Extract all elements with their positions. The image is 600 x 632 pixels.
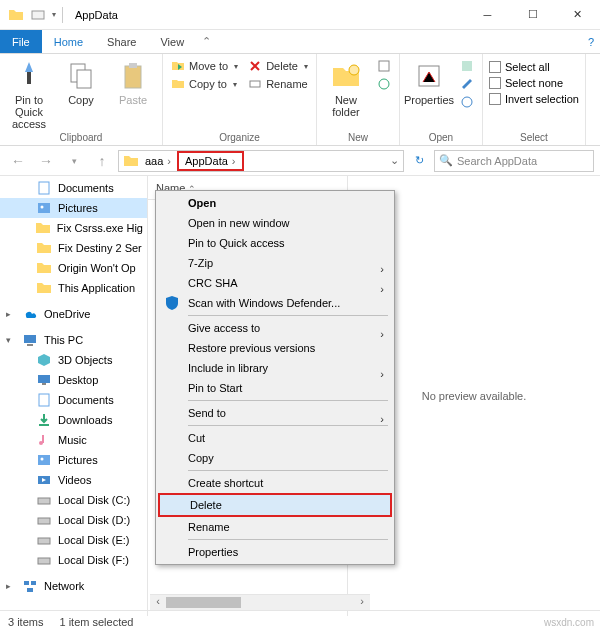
context-item-rename[interactable]: Rename [158,517,392,537]
paste-icon [117,60,149,92]
forward-button[interactable]: → [34,149,58,173]
delete-button[interactable]: Delete [244,58,312,74]
rename-button[interactable]: Rename [244,76,312,92]
edit-button[interactable] [456,76,478,92]
nav-item[interactable]: Local Disk (C:) [0,490,147,510]
nav-item[interactable]: Videos [0,470,147,490]
tab-home[interactable]: Home [42,30,95,53]
edit-icon [460,77,474,91]
move-to-button[interactable]: Move to [167,58,242,74]
maximize-button[interactable]: ☐ [510,0,555,30]
context-item-delete[interactable]: Delete [158,493,392,517]
new-folder-button[interactable]: New folder [321,56,371,118]
qat-icon[interactable] [30,7,46,23]
context-item-cut[interactable]: Cut [158,428,392,448]
context-item-scan-with-windows-defender-[interactable]: Scan with Windows Defender... [158,293,392,313]
context-item-create-shortcut[interactable]: Create shortcut [158,473,392,493]
nav-item[interactable]: Desktop [0,370,147,390]
dropdown-icon[interactable]: ⌄ [390,154,399,167]
invert-selection-button[interactable]: Invert selection [487,92,581,106]
back-button[interactable]: ← [6,149,30,173]
refresh-button[interactable]: ↻ [408,150,430,172]
expand-icon[interactable]: ▸ [6,581,16,591]
nav-item[interactable]: ▸OneDrive [0,304,147,324]
tab-share[interactable]: Share [95,30,148,53]
nav-item[interactable]: Local Disk (D:) [0,510,147,530]
ribbon-collapse-icon[interactable]: ⌃ [196,30,217,53]
expand-icon[interactable]: ▸ [6,309,16,319]
paste-button[interactable]: Paste [108,56,158,106]
nav-item[interactable]: Music [0,430,147,450]
copy-to-button[interactable]: Copy to [167,76,242,92]
easy-access-button[interactable] [373,76,395,92]
ribbon: Pin to Quick access Copy Paste Clipboard… [0,54,600,146]
nav-item[interactable]: ▾This PC [0,330,147,350]
status-selected: 1 item selected [59,616,133,628]
context-item-properties[interactable]: Properties [158,542,392,562]
context-item-send-to[interactable]: Send to [158,403,392,423]
context-item-copy[interactable]: Copy [158,448,392,468]
horizontal-scrollbar[interactable]: ‹ › [150,594,370,610]
breadcrumb-item[interactable]: aaa [141,155,175,167]
select-all-button[interactable]: Select all [487,60,581,74]
context-item-restore-previous-versions[interactable]: Restore previous versions [158,338,392,358]
recent-button[interactable]: ▾ [62,149,86,173]
help-icon[interactable]: ? [582,30,600,53]
open-icon [460,59,474,73]
context-item-open[interactable]: Open [158,193,392,213]
window-title: AppData [75,9,118,21]
close-button[interactable]: ✕ [555,0,600,30]
nav-item[interactable]: 3D Objects [0,350,147,370]
nav-item[interactable]: Downloads [0,410,147,430]
defender-icon [164,295,180,311]
tab-view[interactable]: View [148,30,196,53]
nav-item[interactable]: ▸Network [0,576,147,596]
nav-item-label: OneDrive [44,308,90,320]
watermark: wsxdn.com [544,617,594,628]
new-item-button[interactable] [373,58,395,74]
nav-item[interactable]: Fix Csrss.exe Hig [0,218,147,238]
nav-item[interactable]: Fix Destiny 2 Ser [0,238,147,258]
svg-rect-29 [38,558,50,564]
up-button[interactable]: ↑ [90,149,114,173]
context-item-crc-sha[interactable]: CRC SHA [158,273,392,293]
open-button[interactable] [456,58,478,74]
select-none-button[interactable]: Select none [487,76,581,90]
nav-item[interactable]: Pictures [0,450,147,470]
scroll-right-icon[interactable]: › [354,595,370,610]
pin-to-quick-access-button[interactable]: Pin to Quick access [4,56,54,130]
svg-rect-17 [38,375,50,383]
context-item-pin-to-quick-access[interactable]: Pin to Quick access [158,233,392,253]
minimize-button[interactable]: ─ [465,0,510,30]
context-item-open-in-new-window[interactable]: Open in new window [158,213,392,233]
rename-icon [248,77,262,91]
breadcrumb-item-appdata[interactable]: AppData [177,151,243,171]
file-tab[interactable]: File [0,30,42,53]
properties-button[interactable]: Properties [404,56,454,106]
disk-icon [36,492,52,508]
nav-item[interactable]: Pictures [0,198,147,218]
disk-icon [36,532,52,548]
qat-dropdown-icon[interactable]: ▾ [52,10,56,19]
scroll-thumb[interactable] [166,597,241,608]
context-item-7-zip[interactable]: 7-Zip [158,253,392,273]
nav-item[interactable]: Local Disk (F:) [0,550,147,570]
context-item-include-in-library[interactable]: Include in library [158,358,392,378]
copy-button[interactable]: Copy [56,56,106,106]
nav-item[interactable]: Documents [0,390,147,410]
nav-item[interactable]: Origin Won't Op [0,258,147,278]
nav-item[interactable]: This Application [0,278,147,298]
nav-item[interactable]: Documents [0,178,147,198]
nav-item-label: Desktop [58,374,98,386]
context-item-pin-to-start[interactable]: Pin to Start [158,378,392,398]
nav-item-label: Origin Won't Op [58,262,136,274]
search-input[interactable]: 🔍 Search AppData [434,150,594,172]
history-button[interactable] [456,94,478,110]
expand-icon[interactable]: ▾ [6,335,16,345]
scroll-left-icon[interactable]: ‹ [150,595,166,610]
breadcrumb[interactable]: aaa AppData ⌄ [118,150,404,172]
context-item-give-access-to[interactable]: Give access to [158,318,392,338]
nav-item[interactable]: Local Disk (E:) [0,530,147,550]
nav-item-label: Local Disk (E:) [58,534,130,546]
context-item-label: 7-Zip [188,257,213,269]
